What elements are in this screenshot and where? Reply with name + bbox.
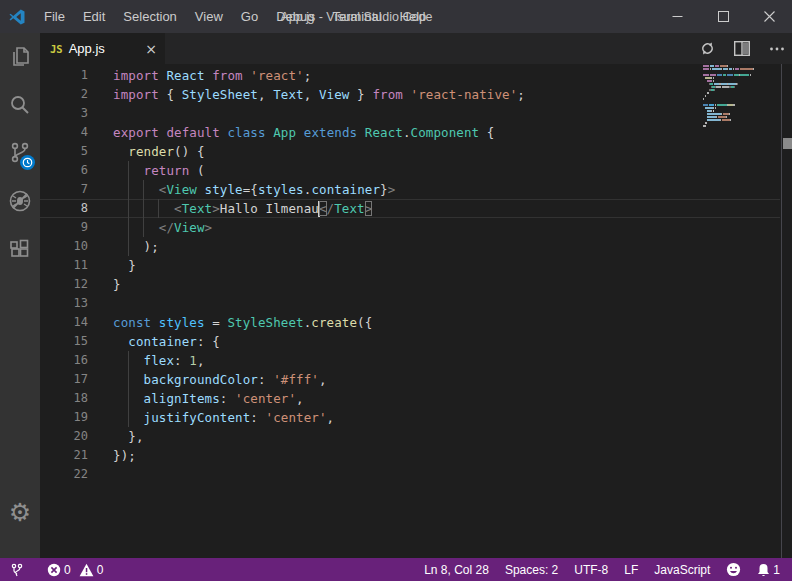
code-line-row[interactable]: 14const styles = StyleSheet.create({ (40, 313, 780, 332)
code-line-row[interactable]: 5 render() { (40, 142, 780, 161)
minimap-line (705, 95, 706, 97)
minimap-line (723, 74, 726, 76)
line-number: 13 (40, 294, 108, 313)
code-line-row[interactable]: 17 backgroundColor: '#fff', (40, 370, 780, 389)
code-line-row[interactable]: 9 </View> (40, 218, 780, 237)
code-line-row[interactable]: 15 container: { (40, 332, 780, 351)
problems-status-button[interactable]: 0 0 (42, 558, 108, 581)
menu-edit[interactable]: Edit (74, 0, 114, 33)
line-number: 7 (40, 180, 108, 199)
code-line-text: const styles = StyleSheet.create({ (108, 313, 372, 332)
code-line-row[interactable]: 4export default class App extends React.… (40, 123, 780, 142)
code-line-row[interactable]: 12} (40, 275, 780, 294)
sidebar-item-extensions[interactable] (0, 225, 40, 273)
scrollbar-track[interactable] (781, 64, 782, 558)
menu-file[interactable]: File (35, 0, 74, 33)
title-bar: FileEditSelectionViewGoDebugTerminalHelp… (0, 0, 792, 33)
line-number: 15 (40, 332, 108, 351)
code-line-text: justifyContent: 'center', (108, 408, 334, 427)
minimap-line (722, 86, 729, 88)
sidebar-item-explorer[interactable] (0, 33, 40, 81)
tab-label: App.js (69, 41, 138, 56)
line-number: 8 (40, 199, 108, 218)
code-line-row[interactable]: 11 } (40, 256, 780, 275)
menu-go[interactable]: Go (232, 0, 267, 33)
code-line-row[interactable]: 3 (40, 104, 780, 123)
menu-view[interactable]: View (186, 0, 232, 33)
notifications-button[interactable]: 1 (749, 558, 792, 581)
sync-changes-icon[interactable] (698, 40, 716, 58)
code-line-row[interactable]: 22 (40, 465, 780, 484)
minimap-line (709, 104, 715, 106)
indent-guide (128, 161, 129, 256)
status-item-encoding[interactable]: UTF-8 (566, 558, 616, 581)
close-button[interactable] (746, 0, 792, 33)
extensions-icon (7, 236, 33, 262)
code-line-text: flex: 1, (108, 351, 205, 370)
minimap-line (703, 74, 709, 76)
code-line-row[interactable]: 21}); (40, 446, 780, 465)
code-area: 1import React from 'react';2import { Sty… (40, 66, 780, 484)
status-item-cursor-position[interactable]: Ln 8, Col 28 (416, 558, 497, 581)
split-editor-icon[interactable] (733, 40, 751, 58)
minimap-line (707, 92, 709, 94)
code-editor[interactable]: 1import React from 'react';2import { Sty… (40, 64, 792, 558)
code-line-row[interactable]: 20 }, (40, 427, 780, 446)
code-line-row[interactable]: 13 (40, 294, 780, 313)
line-number: 4 (40, 123, 108, 142)
code-line-row[interactable]: 16 flex: 1, (40, 351, 780, 370)
tab-close-icon[interactable]: × (145, 41, 157, 57)
code-line-text: </View> (108, 218, 212, 237)
minimap-line (737, 83, 738, 85)
minimize-button[interactable] (654, 0, 700, 33)
sidebar-item-source-control[interactable] (0, 129, 40, 177)
minimap-line (721, 113, 722, 115)
line-number: 21 (40, 446, 108, 465)
code-line-row[interactable]: 2import { StyleSheet, Text, View } from … (40, 85, 780, 104)
code-line-row[interactable]: 1import React from 'react'; (40, 66, 780, 85)
line-number: 11 (40, 256, 108, 275)
maximize-button[interactable] (700, 0, 746, 33)
minimap-line (703, 125, 706, 127)
status-item-indentation[interactable]: Spaces: 2 (497, 558, 566, 581)
status-item-eol[interactable]: LF (616, 558, 646, 581)
minimap-line (718, 116, 726, 118)
sidebar-item-settings[interactable]: ⚙ (0, 488, 40, 536)
vscode-logo-icon (8, 8, 26, 26)
code-line-text: <Text>Hallo Ilmenau</Text> (108, 199, 372, 219)
code-line-row[interactable]: 10 ); (40, 237, 780, 256)
code-line-text: alignItems: 'center', (108, 389, 304, 408)
minimap-line (707, 80, 713, 82)
minimap-line (740, 74, 749, 76)
minimap-line (720, 65, 727, 67)
minimap-line (705, 122, 707, 124)
menu-selection[interactable]: Selection (114, 0, 185, 33)
bell-icon (757, 563, 770, 577)
code-line-row[interactable]: 18 alignItems: 'center', (40, 389, 780, 408)
notification-count: 1 (773, 563, 780, 577)
line-number: 14 (40, 313, 108, 332)
code-line-row[interactable]: 19 justifyContent: 'center', (40, 408, 780, 427)
minimap-line (711, 110, 712, 112)
code-line-row[interactable]: 6 return ( (40, 161, 780, 180)
minimap-line (716, 86, 721, 88)
line-number: 1 (40, 66, 108, 85)
feedback-button[interactable] (718, 558, 749, 581)
minimap[interactable] (703, 65, 779, 135)
minimap-line (733, 104, 735, 106)
code-line-text: return ( (108, 161, 205, 180)
code-line-row[interactable]: 8 <Text>Hallo Ilmenau</Text> (40, 199, 780, 218)
line-number: 2 (40, 85, 108, 104)
code-line-text: } (108, 275, 121, 294)
code-line-row[interactable]: 7 <View style={styles.container}> (40, 180, 780, 199)
source-control-status-button[interactable] (0, 558, 28, 581)
minimap-line (710, 74, 717, 76)
more-actions-icon[interactable] (768, 40, 786, 58)
minimap-line (713, 110, 714, 112)
minimap-line (710, 65, 715, 67)
tab-appjs[interactable]: JS App.js × (40, 33, 165, 64)
status-item-language-mode[interactable]: JavaScript (646, 558, 718, 581)
sidebar-item-search[interactable] (0, 81, 40, 129)
sidebar-item-debug[interactable] (0, 177, 40, 225)
minimap-line (726, 116, 727, 118)
